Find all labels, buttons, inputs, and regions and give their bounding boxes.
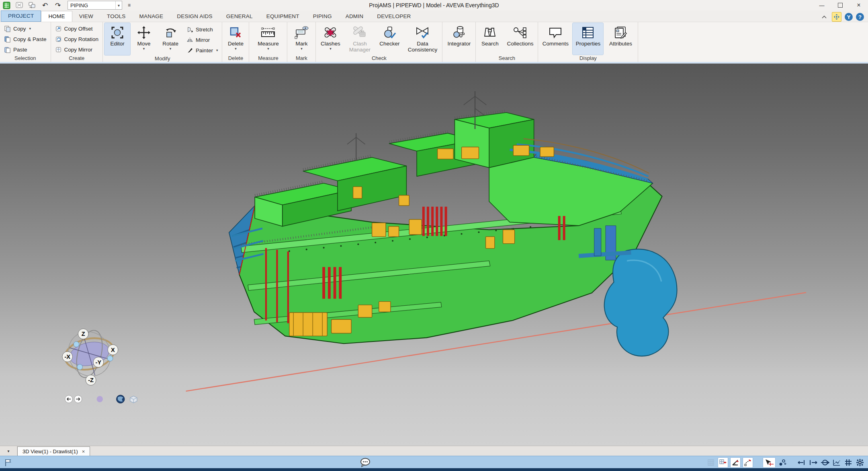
measure-icon	[260, 26, 276, 39]
integrator-button[interactable]: Integrator	[444, 23, 474, 61]
settings-gear-button[interactable]	[855, 458, 865, 467]
editor-icon	[111, 26, 124, 39]
clash-manager-icon	[352, 26, 367, 39]
group-label-mark: Mark	[289, 55, 314, 62]
painter-button[interactable]: Painter▾	[184, 45, 220, 55]
angle-snap-toggle[interactable]	[730, 457, 741, 468]
delete-button[interactable]: Delete ▾	[224, 23, 247, 55]
extend-left-tool[interactable]	[797, 458, 807, 467]
tab-developer[interactable]: DEVELOPER	[370, 11, 418, 22]
chevron-down-icon: ▾	[115, 1, 122, 9]
cube-icon[interactable]	[130, 396, 137, 403]
measure-button[interactable]: Measure ▾	[251, 23, 285, 55]
cursor-snap-toggle[interactable]	[763, 457, 776, 468]
app-logo-icon[interactable]	[2, 1, 11, 10]
clashes-button[interactable]: Clashes ▾	[317, 23, 343, 55]
chevron-down-icon: ▾	[170, 47, 172, 50]
path-snap-toggle[interactable]	[743, 457, 753, 468]
copy-rotation-button[interactable]: Copy Rotation	[53, 34, 101, 44]
flag-icon[interactable]	[4, 458, 13, 469]
paste-button[interactable]: Paste	[2, 45, 49, 54]
view-tab-close-icon[interactable]: ×	[82, 448, 85, 455]
gizmo-axis-neg-y[interactable]: -Y	[96, 359, 102, 366]
fine-grid-toggle[interactable]	[843, 458, 853, 467]
gizmo-axis-x[interactable]: X	[111, 347, 115, 353]
customize-quick-access-button[interactable]: ≡	[128, 2, 131, 8]
session-icon[interactable]	[27, 1, 37, 10]
view-dot-indicator[interactable]	[97, 396, 103, 402]
gizmo-axis-z[interactable]: Z	[82, 331, 85, 337]
stretch-icon	[186, 26, 193, 33]
viewport-3d[interactable]: Z X -X -Y -Z	[0, 64, 868, 446]
collections-icon	[513, 26, 527, 39]
move-button[interactable]: Move ▾	[131, 23, 157, 55]
tab-admin[interactable]: ADMIN	[339, 11, 371, 22]
mark-button[interactable]: Mark ▾	[289, 23, 314, 55]
globe-icon[interactable]	[116, 395, 125, 403]
orbit-gizmo[interactable]: Z X -X -Y -Z	[60, 324, 119, 385]
rotate-button[interactable]: Rotate ▾	[158, 23, 183, 55]
checker-button[interactable]: Checker	[376, 23, 403, 55]
user-assist-button[interactable]: Y	[845, 13, 853, 21]
collections-button[interactable]: Collections	[504, 23, 536, 55]
collapse-ribbon-button[interactable]	[820, 12, 829, 21]
search-button[interactable]: Search	[477, 23, 502, 55]
navigate-mode-button[interactable]	[832, 12, 841, 22]
search-binoculars-icon	[483, 26, 497, 39]
grid-snap-toggle[interactable]	[718, 457, 728, 468]
restore-button[interactable]	[831, 0, 850, 10]
discipline-combobox[interactable]: PIPING ▾	[68, 1, 122, 10]
navigate-diamond-icon	[833, 14, 840, 20]
editor-button[interactable]: Editor	[104, 23, 130, 55]
tab-tools[interactable]: TOOLS	[100, 11, 133, 22]
checker-icon	[382, 26, 397, 39]
grid-display-toggle[interactable]	[706, 458, 716, 467]
copy-mirror-button[interactable]: Copy Mirror	[53, 45, 101, 54]
view-tab-active[interactable]: 3D View(1) - Drawlist(1) ×	[17, 446, 90, 456]
redo-icon: ↷	[55, 2, 61, 9]
data-consistency-button[interactable]: Data Consistency	[404, 23, 440, 55]
tab-design-aids[interactable]: DESIGN AIDS	[170, 11, 219, 22]
comments-button[interactable]: Comments	[540, 23, 571, 55]
copy-button[interactable]: Copy▾	[2, 24, 49, 33]
clashes-icon	[323, 26, 338, 39]
chevron-down-icon: ▾	[267, 47, 269, 50]
close-button[interactable]: ×	[850, 0, 868, 10]
extend-right-tool[interactable]	[809, 458, 818, 467]
point-display-toggle[interactable]	[778, 458, 787, 467]
messages-bubble-icon[interactable]	[360, 457, 371, 469]
graph-points-tool[interactable]	[832, 458, 841, 467]
undo-icon: ↶	[42, 2, 48, 9]
tab-view[interactable]: VIEW	[72, 11, 100, 22]
ribbon-group-check: Clashes ▾ Clash Manager Checker Data Con…	[316, 22, 442, 62]
ribbon: Copy▾ Copy & Paste Paste Selection Copy …	[0, 22, 868, 62]
undo-button[interactable]: ↶	[40, 1, 50, 10]
copy-offset-button[interactable]: Copy Offset	[53, 24, 101, 33]
redo-button[interactable]: ↷	[53, 1, 63, 10]
mark-icon	[294, 26, 309, 39]
minimize-button[interactable]: —	[813, 0, 831, 10]
copy-rotation-icon	[55, 36, 62, 43]
tab-general[interactable]: GENERAL	[219, 11, 260, 22]
tab-equipment[interactable]: EQUIPMENT	[260, 11, 306, 22]
ribbon-group-integrator: Integrator	[442, 22, 476, 62]
attributes-button[interactable]: Attributes	[605, 23, 636, 55]
model-window-icon[interactable]	[14, 1, 24, 10]
group-label-check: Check	[317, 55, 440, 62]
stretch-button[interactable]: Stretch	[184, 25, 220, 34]
help-button[interactable]: ?	[856, 13, 864, 21]
tab-manage[interactable]: MANAGE	[133, 11, 170, 22]
tab-piping[interactable]: PIPING	[306, 11, 339, 22]
copy-and-paste-button[interactable]: Copy & Paste	[2, 34, 49, 44]
gizmo-axis-neg-z[interactable]: -Z	[88, 377, 94, 383]
tab-home[interactable]: HOME	[41, 11, 72, 22]
tab-project[interactable]: PROJECT	[1, 10, 41, 22]
through-point-tool[interactable]	[820, 458, 830, 467]
mirror-button[interactable]: Mirror	[184, 35, 220, 45]
discipline-combobox-value: PIPING	[70, 2, 88, 8]
ship-model[interactable]	[229, 91, 677, 356]
view-tab-dropdown-button[interactable]: ▾	[0, 446, 17, 456]
properties-button[interactable]: Properties	[573, 23, 603, 55]
ribbon-group-search: Search Collections Search	[476, 22, 538, 62]
gizmo-axis-neg-x[interactable]: -X	[64, 354, 70, 360]
